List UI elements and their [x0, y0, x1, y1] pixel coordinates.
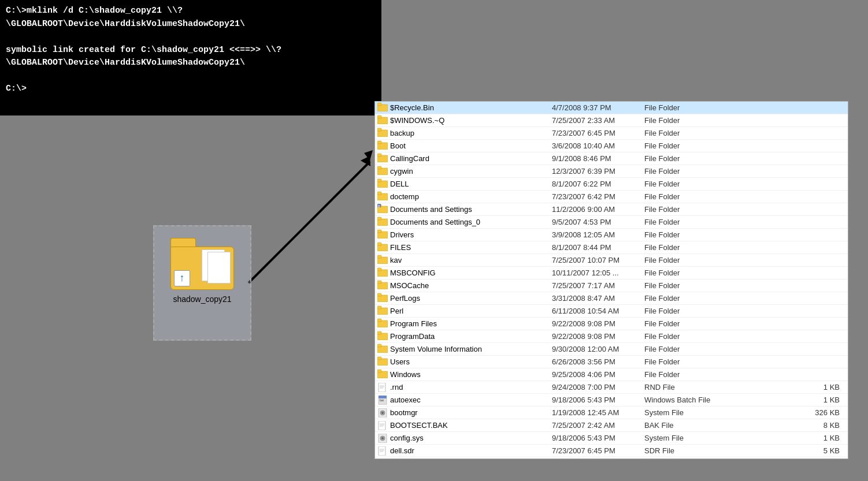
svg-rect-18: [377, 192, 381, 195]
table-row[interactable]: $WINDOWS.~Q7/25/2007 2:33 AMFile Folder: [375, 114, 848, 127]
file-date: 9/22/2008 9:08 PM: [552, 319, 644, 328]
file-date: 7/25/2007 2:42 AM: [552, 421, 644, 430]
file-type: File Folder: [644, 103, 737, 112]
file-type: BAK File: [644, 421, 737, 430]
file-date: 3/9/2008 12:05 AM: [552, 230, 644, 239]
file-name: Documents and Settings: [390, 205, 552, 214]
file-type: System File: [644, 408, 737, 417]
file-type: File Folder: [644, 180, 737, 188]
svg-rect-66: [379, 446, 385, 456]
svg-rect-42: [377, 331, 381, 334]
table-row[interactable]: BOOTSECT.BAK7/25/2007 2:42 AMBAK File8 K…: [375, 419, 848, 432]
terminal-window: C:\>mklink /d C:\shadow_copy21 \\?\GLOBA…: [0, 0, 381, 115]
file-name: $WINDOWS.~Q: [390, 116, 552, 125]
file-size: 326 KB: [737, 408, 845, 417]
svg-text:D: D: [378, 204, 380, 208]
folder-icon: [377, 319, 388, 329]
file-size: 8 KB: [737, 421, 845, 430]
table-row[interactable]: Documents and Settings_09/5/2007 4:53 PM…: [375, 216, 848, 229]
table-row[interactable]: D Documents and Settings11/2/2006 9:00 A…: [375, 203, 848, 216]
file-type: File Folder: [644, 281, 737, 290]
svg-rect-44: [377, 344, 381, 347]
svg-rect-49: [379, 383, 385, 392]
table-row[interactable]: Perl6/11/2008 10:54 AMFile Folder: [375, 305, 848, 318]
table-row[interactable]: System Volume Information9/30/2008 12:00…: [375, 343, 848, 356]
file-name: Users: [390, 357, 552, 366]
table-row[interactable]: dell.sdr7/23/2007 6:45 PMSDR File5 KB: [375, 445, 848, 457]
svg-rect-36: [377, 293, 381, 296]
file-name: ProgramData: [390, 332, 552, 341]
svg-rect-4: [377, 103, 381, 106]
file-type: File Folder: [644, 243, 737, 252]
table-row[interactable]: ProgramData9/22/2008 9:08 PMFile Folder: [375, 330, 848, 343]
folder-icon: [377, 306, 388, 316]
svg-line-0: [248, 162, 370, 283]
folder-label: shadow_copy21: [173, 294, 231, 304]
file-date: 3/31/2008 8:47 AM: [552, 294, 644, 303]
file-date: 7/25/2007 10:07 PM: [552, 256, 644, 264]
terminal-line-2: [6, 31, 376, 44]
file-type: File Folder: [644, 370, 737, 379]
svg-rect-14: [377, 166, 381, 169]
table-row[interactable]: config.sys9/18/2006 5:43 PMSystem File1 …: [375, 432, 848, 445]
table-row[interactable]: bootmgr1/19/2008 12:45 AMSystem File326 …: [375, 407, 848, 419]
svg-marker-1: [361, 153, 375, 166]
table-row[interactable]: Windows9/25/2008 4:06 PMFile Folder: [375, 368, 848, 381]
table-row[interactable]: Drivers3/9/2008 12:05 AMFile Folder: [375, 229, 848, 241]
file-name: Perl: [390, 307, 552, 315]
file-icon: [377, 420, 388, 431]
table-row[interactable]: .rnd9/24/2008 7:00 PMRND File1 KB: [375, 381, 848, 394]
folder-icon: [377, 115, 388, 126]
file-name: config.sys: [390, 434, 552, 442]
file-date: 1/19/2008 12:45 AM: [552, 408, 644, 417]
shadow-copy-folder-icon[interactable]: ↑ shadow_copy21: [153, 225, 251, 341]
table-row[interactable]: $Recycle.Bin4/7/2008 9:37 PMFile Folder: [375, 102, 848, 114]
table-row[interactable]: kav7/25/2007 10:07 PMFile Folder: [375, 254, 848, 267]
file-name: MSOCache: [390, 281, 552, 290]
file-name: System Volume Information: [390, 345, 552, 353]
folder-icon: [377, 255, 388, 266]
file-date: 6/26/2008 3:56 PM: [552, 357, 644, 366]
file-date: 9/18/2006 5:43 PM: [552, 396, 644, 404]
table-row[interactable]: PerfLogs3/31/2008 8:47 AMFile Folder: [375, 292, 848, 305]
table-row[interactable]: backup7/23/2007 6:45 PMFile Folder: [375, 127, 848, 140]
file-name: CallingCard: [390, 154, 552, 163]
svg-rect-10: [377, 141, 381, 144]
file-name: autoexec: [390, 396, 552, 404]
folder-icon: [377, 166, 388, 177]
file-name: PerfLogs: [390, 294, 552, 303]
file-type: RND File: [644, 383, 737, 391]
file-date: 8/1/2007 8:44 PM: [552, 243, 644, 252]
file-date: 7/23/2007 6:45 PM: [552, 129, 644, 137]
file-date: 9/1/2008 8:46 PM: [552, 154, 644, 163]
table-row[interactable]: cygwin12/3/2007 6:39 PMFile Folder: [375, 165, 848, 178]
table-row[interactable]: doctemp7/23/2007 6:42 PMFile Folder: [375, 191, 848, 203]
table-row[interactable]: Program Files9/22/2008 9:08 PMFile Folde…: [375, 318, 848, 330]
file-date: 11/2/2006 9:00 AM: [552, 205, 644, 214]
file-name: Program Files: [390, 319, 552, 328]
svg-rect-6: [377, 115, 381, 118]
folder-icon: [377, 154, 388, 164]
table-row[interactable]: Boot3/6/2008 10:40 AMFile Folder: [375, 140, 848, 152]
table-row[interactable]: CallingCard9/1/2008 8:46 PMFile Folder: [375, 152, 848, 165]
table-row[interactable]: hiberfil.sys7/24/2007 10:56 PMSystem Fil…: [375, 457, 848, 459]
table-row[interactable]: MSBCONFIG10/11/2007 12:05 ...File Folder: [375, 267, 848, 279]
terminal-line-3: symbolic link created for C:\shadow_copy…: [6, 44, 376, 70]
table-row[interactable]: DELL8/1/2007 6:22 PMFile Folder: [375, 178, 848, 191]
svg-rect-46: [377, 357, 381, 360]
table-row[interactable]: FILES8/1/2007 8:44 PMFile Folder: [375, 241, 848, 254]
file-name: Documents and Settings_0: [390, 218, 552, 226]
file-icon: [377, 382, 388, 393]
table-row[interactable]: bat autoexec9/18/2006 5:43 PMWindows Bat…: [375, 394, 848, 407]
file-date: 9/30/2008 12:00 AM: [552, 345, 644, 353]
svg-text:bat: bat: [380, 398, 384, 402]
file-date: 12/3/2007 6:39 PM: [552, 167, 644, 176]
file-type: File Folder: [644, 141, 737, 150]
svg-rect-26: [377, 230, 381, 233]
file-type: File Folder: [644, 319, 737, 328]
table-row[interactable]: Users6/26/2008 3:56 PMFile Folder: [375, 356, 848, 368]
svg-rect-28: [377, 243, 381, 245]
file-type: File Folder: [644, 116, 737, 125]
table-row[interactable]: MSOCache7/25/2007 7:17 AMFile Folder: [375, 279, 848, 292]
svg-rect-32: [377, 268, 381, 271]
